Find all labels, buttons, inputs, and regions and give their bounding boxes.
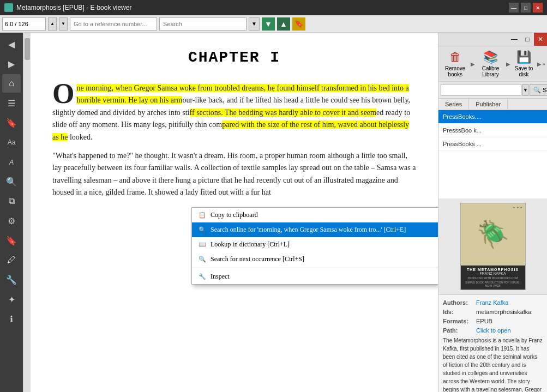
sidebar-tools-icon[interactable]: 🔧 (2, 270, 21, 289)
context-search-next-label: Search for next occurrence [Ctrl+S] (211, 255, 304, 263)
sidebar-font-icon[interactable]: A (2, 153, 21, 171)
calibre-maximize-btn[interactable]: □ (521, 33, 534, 46)
context-search-online-item[interactable]: 🔍 Search online for 'morning, when Grego… (192, 222, 438, 237)
search-btn-icon: 🔍 (533, 87, 541, 94)
path-link[interactable]: Click to open (476, 327, 511, 334)
ids-label: Ids: (443, 309, 473, 315)
maximize-button[interactable]: □ (521, 3, 531, 13)
book-content-area: Chapter I O ne morning, when Gregor Sams… (23, 33, 438, 392)
sidebar-toc-icon[interactable]: ☰ (2, 94, 21, 112)
remove-books-btn[interactable]: 🗑 Remove books (440, 47, 471, 80)
sidebar-textsize-icon[interactable]: Aa (2, 133, 21, 152)
right-search-btn[interactable]: 🔍 Search (530, 84, 547, 96)
calibre-library-more[interactable]: ▶ (506, 61, 510, 67)
window-title: Metamorphosis [EPUB] - E-book viewer (16, 4, 131, 11)
ref-input[interactable] (70, 17, 157, 31)
calibre-close-btn[interactable]: ✕ (534, 33, 547, 46)
page-input[interactable] (2, 17, 46, 31)
search-online-menu-icon: 🔍 (199, 226, 206, 234)
cover-decorations: ✦ ✦ ✦ (513, 206, 522, 209)
book-page: Chapter I O ne morning, when Gregor Sams… (31, 33, 438, 392)
tab-series[interactable]: Series (438, 99, 469, 110)
result-item-2[interactable]: PresssBoo k... (438, 124, 547, 137)
lookup-menu-icon: 📖 (199, 241, 206, 249)
context-menu: 📋 Copy to clipboard 🔍 Search online for … (191, 207, 438, 285)
result-text-2: PresssBoo k... (443, 127, 482, 134)
book-cover[interactable]: 🪲 ✦ ✦ ✦ THE METAMORPHOSIS FRANZ KAFKA PR… (460, 203, 526, 290)
save-to-disk-label: Save to disk (514, 65, 533, 77)
left-sidebar: ◀ ▶ ⌂ ☰ 🔖 Aa A 🔍 ⧉ ⚙ 🔖 🖊 🔧 ✦ ℹ (0, 33, 23, 392)
right-search-input[interactable] (441, 84, 521, 96)
cover-title: THE METAMORPHOSIS (463, 268, 523, 272)
calibre-toolbar: 🗑 Remove books ▶ 📚 Calibre Library ▶ 💾 S… (438, 46, 547, 82)
context-search-next-item[interactable]: 🔍 Search for next occurrence [Ctrl+S] (192, 252, 438, 267)
main-container: ◀ ▶ ⌂ ☰ 🔖 Aa A 🔍 ⧉ ⚙ 🔖 🖊 🔧 ✦ ℹ Chapter I… (0, 33, 547, 392)
toolbar-search-input[interactable] (159, 17, 247, 31)
remove-books-label: Remove books (443, 65, 467, 77)
result-item-3[interactable]: PressBooks ... (438, 137, 547, 151)
sidebar-addbookmark-icon[interactable]: 🔖 (2, 231, 21, 250)
search-next-btn[interactable]: ▲ (277, 17, 290, 31)
sidebar-info-icon[interactable]: ℹ (2, 310, 21, 328)
calibre-library-icon: 📚 (483, 50, 498, 64)
formats-label: Formats: (443, 318, 473, 324)
context-lookup-item[interactable]: 📖 Lookup in dictionary [Ctrl+L] (192, 237, 438, 252)
formats-value: EPUB (476, 318, 543, 324)
page-up-btn[interactable]: ▲ (48, 17, 57, 31)
copy-menu-icon: 📋 (199, 212, 206, 219)
search-prev-btn[interactable]: ▼ (262, 17, 275, 31)
sidebar-prefs-icon[interactable]: ⚙ (2, 212, 21, 230)
right-search-dropdown[interactable]: ▼ (522, 84, 528, 96)
ids-value: metamorphosiskafka (476, 309, 543, 315)
highlighted-text-1: ne morning, when Gregor Samsa woke from … (76, 84, 408, 104)
cover-author: FRANZ KAFKA (463, 272, 523, 275)
tab-publisher[interactable]: Publisher (469, 99, 508, 110)
meta-description: The Metamorphosis is a novella by Franz … (443, 336, 543, 392)
authors-value: Franz Kafka (476, 299, 543, 306)
cover-publisher-note: PRODUCED WITH PRESSBOOKS.COM (463, 276, 523, 280)
sidebar-back-icon[interactable]: ◀ (2, 35, 21, 53)
sidebar-highlight-icon[interactable]: 🖊 (2, 251, 21, 269)
search-btn-label: Search (543, 87, 547, 93)
bookmark-btn[interactable]: 🔖 (292, 17, 305, 31)
sidebar-home-icon[interactable]: ⌂ (2, 74, 21, 93)
context-copy-item[interactable]: 📋 Copy to clipboard (192, 208, 438, 222)
cover-beetle-icon: 🪲 (477, 219, 509, 250)
ids-row: Ids: metamorphosiskafka (443, 309, 543, 315)
authors-row: Authors: Franz Kafka (443, 299, 543, 306)
search-dropdown-btn[interactable]: ▼ (249, 17, 260, 31)
cover-bottom: THE METAMORPHOSIS FRANZ KAFKA PRODUCED W… (461, 266, 525, 290)
remove-books-icon: 🗑 (449, 50, 461, 64)
toolbar-overflow[interactable]: » (542, 61, 546, 67)
formats-row: Formats: EPUB (443, 318, 543, 324)
sidebar-copy-icon[interactable]: ⧉ (2, 192, 21, 210)
context-copy-label: Copy to clipboard (211, 211, 258, 219)
result-item-1[interactable]: PressBooks.... (438, 110, 547, 124)
cover-formats-note: SIMPLE BOOK PRODUCTION PDF | EPUB | MOBI… (463, 281, 523, 287)
authors-link[interactable]: Franz Kafka (476, 299, 508, 306)
drop-cap: O (52, 82, 74, 105)
close-button[interactable]: ✕ (533, 3, 543, 13)
search-next-menu-icon: 🔍 (199, 256, 206, 263)
context-inspect-item[interactable]: 🔧 Inspect (192, 269, 438, 284)
app-icon (4, 3, 13, 12)
calibre-library-btn[interactable]: 📚 Calibre Library (475, 47, 506, 80)
scroll-thumb[interactable] (25, 38, 30, 60)
sidebar-bookmarks-icon[interactable]: 🔖 (2, 113, 21, 132)
right-search-bar: ▼ 🔍 Search 🔖 Saved search (438, 82, 547, 99)
calibre-library-label: Calibre Library (479, 65, 502, 77)
save-to-disk-btn[interactable]: 💾 Save to disk (510, 47, 537, 80)
path-row: Path: Click to open (443, 327, 543, 334)
sidebar-search-icon[interactable]: 🔍 (2, 172, 21, 191)
remove-books-more[interactable]: ▶ (471, 61, 475, 67)
sidebar-forward-icon[interactable]: ▶ (2, 55, 21, 73)
scroll-track[interactable] (23, 33, 31, 392)
sidebar-plugins-icon[interactable]: ✦ (2, 290, 21, 309)
minimize-button[interactable]: — (509, 3, 519, 13)
save-to-disk-more[interactable]: ▶ (537, 61, 542, 67)
results-list: PressBooks.... PresssBoo k... PressBooks… (438, 110, 547, 198)
page-down-btn[interactable]: ▼ (59, 17, 68, 31)
path-value: Click to open (476, 327, 543, 334)
highlighted-text-3: pared with the size of the rest of him, … (52, 120, 409, 141)
calibre-minimize-btn[interactable]: — (508, 33, 521, 46)
